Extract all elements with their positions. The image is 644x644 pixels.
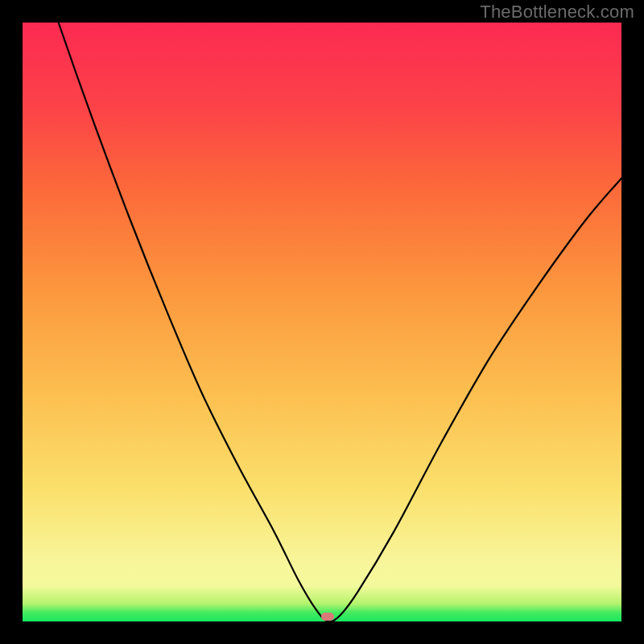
watermark-text: TheBottleneck.com (480, 2, 634, 23)
min-marker (321, 613, 334, 621)
bottleneck-curve (23, 23, 621, 621)
plot-area (23, 23, 621, 621)
